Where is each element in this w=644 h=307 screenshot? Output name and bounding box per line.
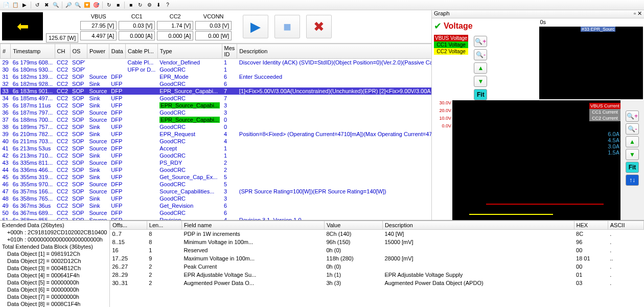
packet-grid[interactable]: #TimestampCHOSPowerDataCable Pl...TypeMe…	[0, 43, 431, 220]
toolbar-button-4[interactable]: ✖	[42, 1, 51, 9]
tree-root-ext[interactable]: Extended Data (26bytes)	[1, 222, 108, 229]
col-header[interactable]: OS	[70, 44, 87, 59]
toolbar-button-1[interactable]: 📋	[11, 1, 19, 9]
table-row[interactable]: 0..78PDP in 1W increments8Ch (140)140 [W…	[110, 230, 644, 238]
tree-item[interactable]: Data Object [7] = 00000000h	[1, 293, 108, 300]
panel-controls[interactable]: ▫ ✕	[634, 10, 642, 18]
toolbar-button-12[interactable]: ■	[127, 1, 135, 9]
play-button[interactable]: ▶	[243, 15, 268, 38]
table-row[interactable]: 296s 179ms 608...CC2SOP'Cable Pl...Vendo…	[1, 59, 432, 67]
zoom-in-button-2[interactable]: 🔍+	[626, 111, 639, 122]
tree-item[interactable]: +000h : 2C9181092CD102002CB10400	[1, 229, 108, 236]
toolbar-button-7[interactable]: 🔍	[74, 1, 82, 9]
col-header[interactable]: #	[1, 44, 11, 59]
toolbar-button-16[interactable]: ?	[164, 1, 172, 9]
table-row[interactable]: 346s 185ms 497...CC2SOPSinkUFPGoodCRC7	[1, 95, 432, 102]
graph-title: Voltage	[444, 21, 473, 31]
col-header[interactable]: Field name	[181, 221, 324, 230]
toolbar-button-8[interactable]: 🔽	[83, 1, 91, 9]
arrow-left-icon: ⬅	[17, 18, 29, 35]
table-row[interactable]: 376s 188ms 700...CC2SOPSourceDFPEPR_Sour…	[1, 116, 432, 123]
col-header[interactable]: Cable Pl...	[126, 44, 158, 59]
tree-item[interactable]: Data Object [3] = 0004B12Ch	[1, 265, 108, 272]
toolbar-button-11[interactable]: ■	[114, 1, 122, 9]
table-row[interactable]: 406s 211ms 703...CC2SOPSourceDFPGoodCRC4	[1, 138, 432, 145]
tree-item[interactable]: Data Object [2] = 0002D12Ch	[1, 257, 108, 265]
tree-item[interactable]: Data Object [8] = 0008C1F4h	[1, 300, 108, 307]
table-row[interactable]: 426s 213ms 710...CC2SOPSinkUFPGoodCRC1	[1, 152, 432, 159]
swap-button[interactable]: ↑↓	[626, 174, 639, 186]
table-row[interactable]: 336s 183ms 901...CC2SOPSourceDFPEPR_Sour…	[1, 87, 432, 95]
table-row[interactable]: 436s 335ms 811...CC2SOPSourceDFPPS_RDY2	[1, 159, 432, 166]
col-header[interactable]: HEX	[574, 221, 608, 230]
col-header[interactable]: Description	[382, 221, 574, 230]
zoom-out-button-2[interactable]: 🔍-	[626, 123, 639, 135]
tree-item[interactable]: Data Object [6] = 00000000h	[1, 286, 108, 293]
table-row[interactable]: 476s 357ms 166...CC2SOPSourceDFPSource_C…	[1, 188, 432, 195]
scroll-down-button-2[interactable]: ▼	[626, 149, 639, 160]
tree-root-total[interactable]: Total Extended Data Block (36bytes)	[1, 243, 108, 250]
table-row[interactable]: 516s 368ms 855...CC2SOPSourceDFPRevision…	[1, 216, 432, 220]
toolbar-button-9[interactable]: 🎯	[92, 1, 100, 9]
zoom-in-button[interactable]: 🔍+	[474, 36, 487, 47]
table-row[interactable]: 28..292EPR Adjustable Voltage Su...1h (1…	[110, 271, 644, 279]
field-detail-grid[interactable]: Offs...Len...Field nameValueDescriptionH…	[110, 221, 644, 307]
tree-item[interactable]: Data Object [1] = 0981912Ch	[1, 250, 108, 257]
fit-button-2[interactable]: Fit	[626, 162, 639, 173]
col-header[interactable]: Mes ID	[222, 44, 237, 59]
stop-button[interactable]: ■	[274, 15, 300, 38]
zoom-out-button[interactable]: 🔍-	[474, 49, 487, 60]
col-header[interactable]: CH	[55, 44, 70, 59]
col-header[interactable]: Data	[109, 44, 125, 59]
toolbar-button-5[interactable]: 🔍	[52, 1, 60, 9]
col-header[interactable]: Timestamp	[11, 44, 55, 59]
table-row[interactable]: 386s 189ms 757...CC2SOPSinkUFPGoodCRC0	[1, 123, 432, 130]
table-row[interactable]: 456s 355ms 319...CC2SOPSinkUFPGet_Source…	[1, 173, 432, 181]
table-row[interactable]: 161Reserved0h (0)00.	[110, 246, 644, 254]
table-row[interactable]: 8..158Minimum Voltage in 100m...96h (150…	[110, 238, 644, 246]
current-chart[interactable]: VBUS CurrentCC1 CurrentCC2 Current 6.0A4…	[452, 100, 620, 220]
table-row[interactable]: 416s 213ms 53usCC2SOPSourceDFPAccept1	[1, 145, 432, 152]
col-header[interactable]: ASCII	[608, 221, 643, 230]
scroll-up-button-2[interactable]: ▲	[626, 136, 639, 147]
toolbar-button-2[interactable]: ▶	[20, 1, 29, 9]
table-row[interactable]: 446s 336ms 466...CC2SOPSinkUFPGoodCRC2	[1, 166, 432, 173]
scroll-down-button[interactable]: ▼	[474, 76, 487, 87]
col-header[interactable]: Offs...	[110, 221, 147, 230]
table-row[interactable]: 366s 187ms 797...CC2SOPSourceDFPGoodCRC3	[1, 109, 432, 116]
legend-item: CC2 Current	[589, 115, 620, 121]
table-row[interactable]: 396s 210ms 782...CC2SOPSinkUFPEPR_Reques…	[1, 130, 432, 138]
col-header[interactable]: Type	[157, 44, 222, 59]
toolbar-button-0[interactable]: 📄	[2, 1, 10, 9]
fit-button[interactable]: Fit	[474, 89, 487, 100]
table-row[interactable]: 30..312Augmented Power Data O...3h (3)Au…	[110, 279, 644, 287]
col-header[interactable]: Len...	[147, 221, 181, 230]
tree-item[interactable]: Data Object [4] = 000641F4h	[1, 272, 108, 279]
col-header[interactable]: Value	[324, 221, 382, 230]
table-row[interactable]: 356s 187ms 11usCC2SOPSinkUFPEPR_Source_C…	[1, 102, 432, 109]
col-header[interactable]: Power	[87, 44, 109, 59]
tree-item[interactable]: +010h : 00000000000000000000000h	[1, 236, 108, 243]
table-row[interactable]: 17..259Maximum Voltage in 100m...118h (2…	[110, 254, 644, 262]
table-row[interactable]: 26..272Peak Current0h (0)00.	[110, 262, 644, 271]
voltage-chart[interactable]: #33 EPR_Sourc	[539, 27, 643, 99]
toolbar-button-6[interactable]: 🔎	[64, 1, 73, 9]
table-row[interactable]: 316s 182ms 139...CC2SOPSourceDFPEPR_Mode…	[1, 73, 432, 80]
table-row[interactable]: 466s 355ms 970...CC2SOPSourceDFPGoodCRC5	[1, 181, 432, 188]
col-header[interactable]: Description	[237, 44, 431, 59]
table-row[interactable]: 496s 367ms 36usCC2SOPSinkUFPGet_Revision…	[1, 202, 432, 209]
table-row[interactable]: 506s 367ms 689...CC2SOPSourceDFPGoodCRC6	[1, 209, 432, 216]
toolbar-button-15[interactable]: ⬇	[154, 1, 163, 9]
tree-item[interactable]: Data Object [5] = 00000000h	[1, 279, 108, 286]
table-row[interactable]: 486s 358ms 765...CC2SOPSinkUFPGoodCRC3	[1, 195, 432, 202]
toolbar-button-14[interactable]: ⚙	[145, 1, 153, 9]
table-row[interactable]: 306s 180ms 930...CC2SOP'UFP or D...GoodC…	[1, 66, 432, 73]
toolbar-button-10[interactable]: ↻	[105, 1, 113, 9]
data-tree[interactable]: Extended Data (26bytes) +000h : 2C918109…	[0, 221, 110, 307]
clear-button[interactable]: ✖	[306, 15, 332, 38]
table-row[interactable]: 326s 182ms 928...CC2SOPSinkUFPGoodCRC6	[1, 80, 432, 87]
scroll-up-button[interactable]: ▲	[474, 62, 487, 74]
toolbar-button-13[interactable]: ↻	[136, 1, 144, 9]
toolbar-button-3[interactable]: ↺	[33, 1, 41, 9]
y-axis-labels: 30.0V20.0V10.0V0.0V	[432, 100, 452, 220]
